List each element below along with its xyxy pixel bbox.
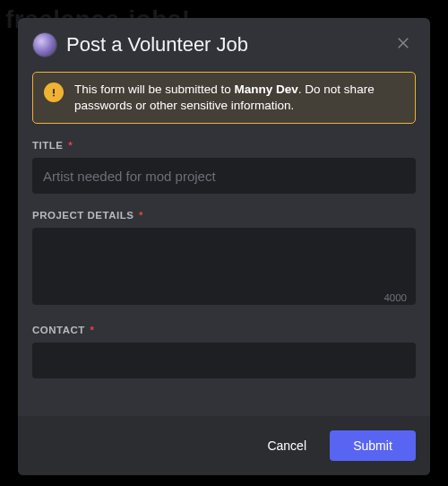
required-marker: *: [89, 325, 95, 335]
warning-banner: This form will be submitted to Manny Dev…: [32, 72, 416, 124]
svg-point-3: [53, 95, 55, 97]
details-label: PROJECT DETAILS *: [32, 210, 416, 221]
warning-icon: [44, 82, 64, 102]
field-contact: CONTACT *: [32, 325, 416, 378]
details-label-text: PROJECT DETAILS: [32, 210, 134, 221]
modal-header: Post a Volunteer Job: [18, 18, 430, 65]
app-avatar: [32, 32, 57, 57]
modal-footer: Cancel Submit: [18, 416, 430, 475]
close-button[interactable]: [391, 32, 416, 57]
field-title: TITLE *: [32, 140, 416, 194]
modal-body: This form will be submitted to Manny Dev…: [18, 65, 430, 416]
warning-recipient: Manny Dev: [235, 82, 298, 96]
warning-text: This form will be submitted to Manny Dev…: [74, 82, 404, 114]
title-input[interactable]: [32, 158, 416, 194]
cancel-button[interactable]: Cancel: [249, 430, 324, 461]
required-marker: *: [137, 210, 143, 221]
field-project-details: PROJECT DETAILS * 4000: [32, 210, 416, 308]
post-volunteer-job-modal: Post a Volunteer Job This for: [18, 18, 430, 475]
contact-label: CONTACT *: [32, 325, 416, 335]
svg-rect-2: [53, 89, 55, 94]
modal-title: Post a Volunteer Job: [66, 33, 391, 56]
title-label-text: TITLE: [32, 140, 63, 151]
warning-prefix: This form will be submitted to: [74, 82, 235, 96]
details-textarea[interactable]: [32, 228, 416, 305]
close-icon: [395, 35, 411, 55]
contact-input[interactable]: [32, 343, 416, 378]
title-label: TITLE *: [32, 140, 416, 151]
required-marker: *: [66, 140, 73, 151]
submit-button[interactable]: Submit: [330, 430, 416, 461]
details-textarea-wrap: 4000: [32, 228, 416, 308]
contact-label-text: CONTACT: [32, 325, 85, 335]
